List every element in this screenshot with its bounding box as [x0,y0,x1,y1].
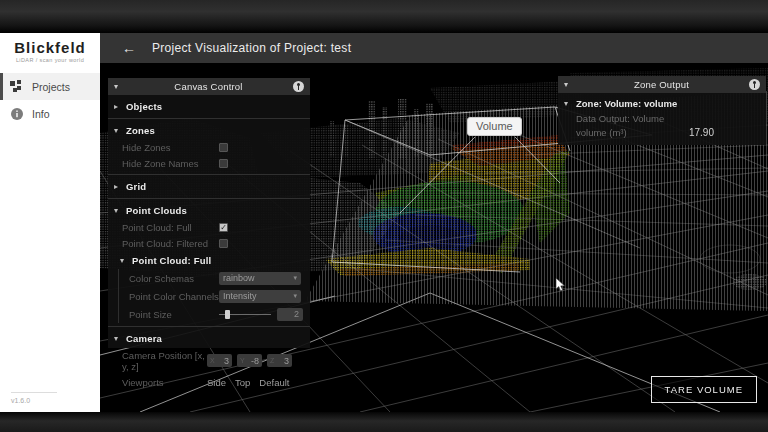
sidebar-item-label: Info [32,108,50,120]
axis-label: Z [270,357,284,364]
app-frame: Blickfeld LiDAR / scan your world Projec… [0,0,768,432]
sidebar-item-projects[interactable]: Projects [0,73,100,100]
info-icon [10,107,23,120]
pin-icon[interactable] [293,81,304,92]
zone-output-header[interactable]: ▾ Zone Output [558,76,766,93]
data-output-label: Data Output: Volume [558,111,766,125]
hide-zone-names-checkbox[interactable] [219,159,228,168]
section-pc-full-settings[interactable]: ▾ Point Cloud: Full [108,251,310,269]
mouse-cursor [555,277,567,293]
zone-name: Zone: Volume: volume [576,98,677,109]
color-channels-select[interactable]: Intensity ▾ [219,290,301,303]
pc-full-label: Point Cloud: Full [122,222,219,233]
section-grid[interactable]: ▸ Grid [108,177,310,195]
divider [108,118,310,119]
viewport-top-button[interactable]: Top [235,377,250,388]
zone-volume-section[interactable]: ▾ Zone: Volume: volume [558,93,766,111]
volume-label: volume (m³) [576,127,689,138]
viewport-default-button[interactable]: Default [259,377,289,388]
color-schemas-value: rainbow [223,273,293,283]
sidebar-nav: Projects Info [0,73,100,127]
divider [108,326,310,327]
chevron-down-icon: ▾ [293,274,297,282]
camera-z-input[interactable]: Z 3 [267,354,292,367]
caret-right-icon: ▸ [114,182,122,191]
caret-down-icon: ▾ [564,99,572,108]
axis-label: Y [240,357,251,364]
app-version: v1.6.0 [11,392,57,404]
zones-label: Zones [126,125,155,136]
section-objects[interactable]: ▸ Objects [108,97,310,115]
camera-x-input[interactable]: X 3 [207,354,232,367]
color-channels-label: Point Color Channels [129,291,219,302]
tare-volume-button[interactable]: TARE VOLUME [651,376,757,403]
point-size-row: Point Size 2 [119,305,310,323]
zone-output-panel: ▾ Zone Output ▾ Zone: Volume: volume Dat… [558,76,766,145]
pin-icon[interactable] [749,79,760,90]
objects-label: Objects [126,101,162,112]
section-zones[interactable]: ▾ Zones [108,121,310,139]
projects-icon [10,80,23,93]
viewport-side-button[interactable]: Side [207,377,226,388]
volume-value: 17.90 [689,127,714,138]
canvas-control-panel: ▾ Canvas Control ▸ Objects ▾ Zones [108,78,310,348]
collapse-caret-icon[interactable]: ▾ [114,82,124,91]
hide-zones-row: Hide Zones [108,139,310,155]
pc-full-row: Point Cloud: Full ✓ [108,219,310,235]
hide-zones-checkbox[interactable] [219,143,228,152]
page-header: ← Project Visualization of Project: test [100,33,768,63]
caret-down-icon: ▾ [120,256,128,265]
canvas-control-header[interactable]: ▾ Canvas Control [108,78,310,95]
camera-position-label: Camera Position [x, y, z] [122,350,207,372]
pc-full-sub-label: Point Cloud: Full [132,255,211,266]
axis-label: X [210,357,224,364]
chevron-down-icon: ▾ [293,292,297,300]
collapse-caret-icon[interactable]: ▾ [564,80,574,89]
sidebar: Blickfeld LiDAR / scan your world Projec… [0,33,100,412]
sidebar-item-label: Projects [32,81,70,93]
point-size-value[interactable]: 2 [277,308,303,321]
pc-filtered-label: Point Cloud: Filtered [122,238,219,249]
divider [108,198,310,199]
viewport-3d[interactable]: Volume ▾ Canvas Control ▸ Objects [100,63,768,412]
pc-filtered-checkbox[interactable] [219,239,228,248]
camera-x-value: 3 [224,356,229,366]
canvas-control-body: ▸ Objects ▾ Zones Hide Zones [108,95,310,394]
section-point-clouds[interactable]: ▾ Point Clouds [108,201,310,219]
window-top-chrome [0,0,768,33]
back-arrow-icon[interactable]: ← [122,40,136,56]
point-clouds-label: Point Clouds [126,205,187,216]
app-window: Blickfeld LiDAR / scan your world Projec… [0,33,768,412]
volume-row: volume (m³) 17.90 [558,125,766,139]
color-channels-value: Intensity [223,291,293,301]
window-bottom-chrome [0,412,768,432]
color-schemas-label: Color Schemas [129,273,219,284]
point-size-slider[interactable] [219,310,271,319]
camera-position-row: Camera Position [x, y, z] X 3 Y -8 [108,347,310,374]
logo-text: Blickfeld [0,39,100,56]
zone-volume-badge: Volume [467,117,522,136]
caret-right-icon: ▸ [114,102,122,111]
main-area: ← Project Visualization of Project: test [100,33,768,412]
color-schemas-select[interactable]: rainbow ▾ [219,272,301,285]
blickfeld-logo: Blickfeld LiDAR / scan your world [0,33,100,63]
camera-y-input[interactable]: Y -8 [237,354,262,367]
sidebar-item-info[interactable]: Info [0,100,100,127]
viewports-row: Viewports Side Top Default [108,374,310,390]
viewports-label: Viewports [122,377,207,388]
hide-zones-label: Hide Zones [122,142,219,153]
camera-y-value: -8 [251,356,259,366]
pc-filtered-row: Point Cloud: Filtered [108,235,310,251]
caret-down-icon: ▾ [114,126,122,135]
panel-title: Canvas Control [128,81,289,92]
caret-down-icon: ▾ [114,334,122,343]
pc-full-checkbox[interactable]: ✓ [219,223,228,232]
page-title: Project Visualization of Project: test [152,41,351,55]
hide-zone-names-label: Hide Zone Names [122,158,219,169]
section-camera[interactable]: ▾ Camera [108,329,310,347]
color-schemas-row: Color Schemas rainbow ▾ [119,269,310,287]
point-size-label: Point Size [129,309,219,320]
slider-handle[interactable] [225,310,230,319]
hide-zone-names-row: Hide Zone Names [108,155,310,171]
color-channels-row: Point Color Channels Intensity ▾ [119,287,310,305]
